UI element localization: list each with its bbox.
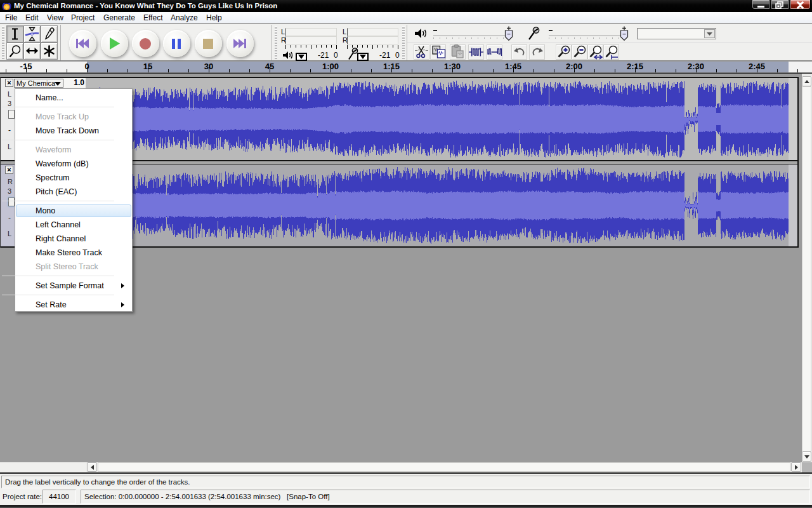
svg-text:2:00: 2:00 [566,62,582,71]
svg-text:2:30: 2:30 [688,62,704,71]
svg-text:1:15: 1:15 [383,62,400,71]
svg-text:2:45: 2:45 [749,62,765,71]
svg-text:-15: -15 [20,62,32,71]
svg-text:1:30: 1:30 [444,62,461,71]
svg-text:45: 45 [265,62,274,71]
svg-text:30: 30 [204,62,213,71]
svg-text:1:45: 1:45 [505,62,521,71]
svg-text:0: 0 [84,62,89,71]
svg-text:1:00: 1:00 [322,62,339,71]
svg-text:15: 15 [143,62,152,71]
svg-text:2:15: 2:15 [627,62,643,71]
